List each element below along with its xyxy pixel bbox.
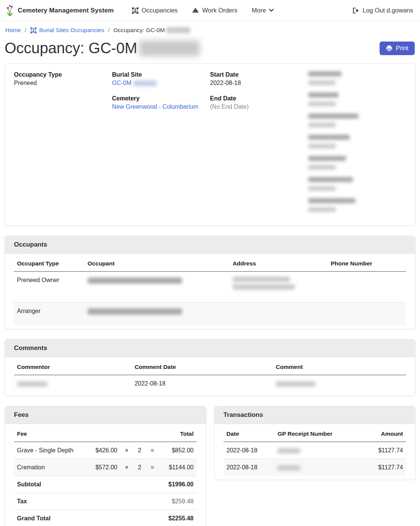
transaction-row: 2022-08-18 $1127.74 — [224, 442, 406, 459]
transaction-date-cell: 2022-08-18 — [224, 459, 275, 476]
start-date-label: Start Date — [210, 71, 308, 78]
cemetery-link[interactable]: New Greenwood - Columbarium — [112, 103, 199, 110]
occupant-row: Preneed Owner — [14, 271, 406, 303]
occupant-address-cell — [230, 271, 328, 303]
occupant-name-cell — [85, 271, 230, 303]
fees-title: Fees — [5, 406, 206, 424]
cemetery-field: Cemetery New Greenwood - Columbarium — [112, 95, 210, 110]
page-header: Occupancy: GC-0M Print — [0, 37, 420, 63]
transaction-receipt-cell — [275, 442, 355, 459]
breadcrumb-home-link[interactable]: Home — [5, 27, 21, 34]
grand-total-label: Grand Total — [14, 510, 86, 526]
chevron-down-icon — [269, 9, 274, 12]
transaction-amount-cell: $1127.74 — [355, 459, 406, 476]
fees-header-total: Total — [159, 426, 197, 442]
occupancy-type-value: Preneed — [14, 80, 112, 86]
page-title: Occupancy: GC-0M — [5, 40, 200, 57]
subtotal-label: Subtotal — [14, 476, 86, 493]
tax-label: Tax — [14, 493, 86, 510]
occupant-phone-cell — [327, 303, 406, 325]
details-col-1: Occupancy Type Preneed — [14, 71, 112, 219]
grand-total-value: $2255.48 — [86, 510, 197, 526]
fees-header-fee: Fee — [14, 426, 86, 442]
comments-section: Comments Commentor Comment Date Comment … — [5, 339, 415, 396]
brand-title: Cemetery Management System — [18, 7, 114, 14]
fees-grand-total-row: Grand Total $2255.48 — [14, 510, 197, 526]
transaction-amount-cell: $1127.74 — [355, 442, 406, 459]
start-date-field: Start Date 2022-08-18 — [210, 71, 308, 86]
subtotal-value: $1996.00 — [86, 476, 197, 493]
bottom-row: Fees Fee Total Grave - Single Depth — [5, 406, 415, 526]
fee-row: Cremation $572.00 × 2 = $1144.00 — [14, 459, 197, 476]
printer-icon — [386, 45, 392, 51]
transactions-header-receipt: GP Receipt Number — [275, 426, 355, 442]
fee-times-cell: × — [120, 442, 133, 459]
breadcrumb-occupancies-link[interactable]: Burial Sites Occupancies — [39, 27, 104, 34]
occupancies-icon — [132, 7, 139, 14]
fee-price-cell: $572.00 — [86, 459, 120, 476]
comments-table: Commentor Comment Date Comment 2022-08-1… — [14, 359, 406, 392]
comment-cell — [273, 375, 406, 392]
burial-site-field: Burial Site GC-0M — [112, 71, 210, 86]
cemetery-label: Cemetery — [112, 95, 210, 102]
occupancy-type-label: Occupancy Type — [14, 71, 112, 78]
redacted-field — [308, 156, 406, 170]
logout-icon — [352, 8, 359, 14]
fees-subtotal-row: Subtotal $1996.00 — [14, 476, 197, 493]
fee-name-cell: Cremation — [14, 459, 86, 476]
print-button[interactable]: Print — [380, 42, 415, 55]
fee-price-cell: $426.00 — [86, 442, 120, 459]
breadcrumb-redacted-text — [166, 27, 190, 33]
fee-total-cell: $852.00 — [159, 442, 197, 459]
brand[interactable]: Cemetery Management System — [5, 5, 114, 17]
fee-times-cell: × — [120, 459, 133, 476]
occupants-header-occupant: Occupant — [85, 255, 230, 271]
burial-site-link[interactable]: GC-0M — [112, 80, 132, 86]
tulip-logo-icon — [5, 5, 14, 17]
occupant-type-cell: Preneed Owner — [14, 271, 85, 303]
tax-value: $259.48 — [86, 493, 197, 510]
breadcrumb: Home / Burial Sites Occupancies / Occupa… — [0, 21, 420, 37]
nav-item-more[interactable]: More — [247, 4, 279, 17]
fees-section: Fees Fee Total Grave - Single Depth — [5, 406, 206, 526]
burial-site-label: Burial Site — [112, 71, 210, 78]
title-redacted-text — [139, 40, 200, 56]
nav-item-work-orders-label: Work Orders — [202, 7, 237, 14]
details-col-3: Start Date 2022-08-18 End Date (No End D… — [210, 71, 308, 219]
end-date-field: End Date (No End Date) — [210, 95, 308, 110]
occupant-row: Arranger — [14, 303, 406, 325]
redacted-field — [308, 198, 406, 212]
redacted-field — [308, 93, 406, 106]
nav-item-occupancies[interactable]: Occupancies — [127, 4, 183, 17]
transaction-row: 2022-08-18 $1127.74 — [224, 459, 406, 476]
logout-link[interactable]: Log Out d.gowans — [352, 7, 413, 14]
occupant-phone-cell — [327, 271, 406, 303]
redacted-field — [308, 177, 406, 191]
print-button-label: Print — [396, 45, 408, 52]
comments-header-date: Comment Date — [131, 359, 273, 375]
occupant-type-cell: Arranger — [14, 303, 85, 325]
transaction-receipt-cell — [275, 459, 355, 476]
hard-hat-icon — [192, 7, 199, 14]
occupants-header-address: Address — [230, 255, 328, 271]
end-date-value: (No End Date) — [210, 103, 308, 110]
comments-header-commentor: Commentor — [14, 359, 131, 375]
details-card: Occupancy Type Preneed Burial Site GC-0M… — [5, 63, 415, 226]
transactions-header-date: Date — [224, 426, 275, 442]
breadcrumb-current: Occupancy: GC-0M — [113, 27, 190, 34]
fee-total-cell: $1144.00 — [159, 459, 197, 476]
redacted-field — [308, 114, 406, 127]
comment-date-cell: 2022-08-18 — [131, 375, 273, 392]
breadcrumb-separator: / — [108, 27, 110, 34]
occupants-section: Occupants Occupant Type Occupant Address… — [5, 236, 415, 329]
redacted-field — [308, 71, 406, 85]
transactions-header-amount: Amount — [355, 426, 406, 442]
nav-item-work-orders[interactable]: Work Orders — [187, 4, 242, 17]
occupant-address-cell — [230, 303, 328, 325]
occupancy-type-field: Occupancy Type Preneed — [14, 71, 112, 86]
occupants-table: Occupant Type Occupant Address Phone Num… — [14, 255, 406, 325]
fee-qty-cell: 2 — [133, 459, 146, 476]
transaction-date-cell: 2022-08-18 — [224, 442, 275, 459]
breadcrumb-occupancies-icon — [30, 27, 37, 34]
occupants-header-type: Occupant Type — [14, 255, 85, 271]
